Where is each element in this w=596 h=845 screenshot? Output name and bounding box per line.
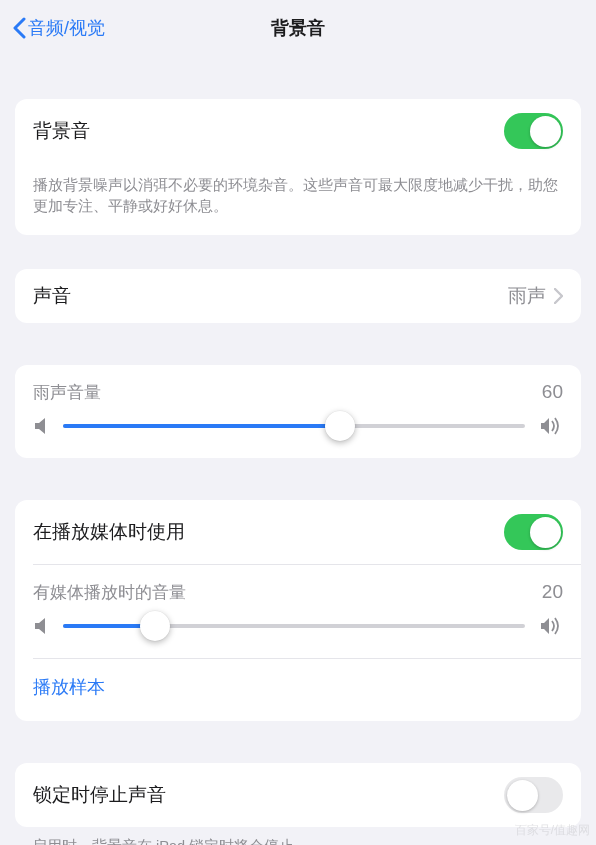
lock-stop-toggle[interactable]: [504, 777, 563, 813]
chevron-right-icon: [554, 288, 563, 304]
sound-volume-value: 60: [542, 381, 563, 404]
toggle-knob: [507, 780, 538, 811]
play-sample-button[interactable]: 播放样本: [15, 659, 581, 721]
row-use-with-media: 在播放媒体时使用: [15, 500, 581, 564]
slider-thumb[interactable]: [140, 611, 170, 641]
section-sound-select: 声音 雨声: [15, 269, 581, 323]
volume-min-icon: [33, 416, 49, 436]
sound-volume-slider[interactable]: [63, 424, 525, 428]
row-sound-select[interactable]: 声音 雨声: [15, 269, 581, 323]
toggle-knob: [530, 116, 561, 147]
use-with-media-toggle[interactable]: [504, 514, 563, 550]
sound-volume-header: 雨声音量 60: [15, 365, 581, 412]
row-lock-stop: 锁定时停止声音: [15, 763, 581, 827]
media-volume-value: 20: [542, 581, 563, 604]
back-label: 音频/视觉: [28, 16, 105, 40]
media-volume-slider-row: [15, 612, 581, 658]
nav-bar: 音频/视觉 背景音: [0, 0, 596, 55]
slider-fill: [63, 424, 340, 428]
chevron-left-icon: [12, 17, 26, 39]
slider-thumb[interactable]: [325, 411, 355, 441]
background-sound-toggle[interactable]: [504, 113, 563, 149]
watermark: 百家号/值趣网: [515, 822, 590, 839]
volume-min-icon: [33, 616, 49, 636]
row-background-sound-toggle: 背景音: [15, 99, 581, 163]
media-volume-slider[interactable]: [63, 624, 525, 628]
volume-max-icon: [539, 616, 563, 636]
use-with-media-label: 在播放媒体时使用: [33, 519, 185, 545]
section-lock-stop: 锁定时停止声音: [15, 763, 581, 827]
section-sound-volume: 雨声音量 60: [15, 365, 581, 458]
back-button[interactable]: 音频/视觉: [12, 16, 105, 40]
section-media: 在播放媒体时使用 有媒体播放时的音量 20 播放样本: [15, 500, 581, 721]
media-volume-label: 有媒体播放时的音量: [33, 581, 186, 604]
background-sound-description: 播放背景噪声以消弭不必要的环境杂音。这些声音可最大限度地减少干扰，助您更加专注、…: [15, 163, 581, 217]
media-volume-header: 有媒体播放时的音量 20: [15, 565, 581, 612]
lock-stop-footer: 启用时，背景音在 iPad 锁定时将会停止。: [0, 827, 596, 845]
lock-stop-label: 锁定时停止声音: [33, 782, 166, 808]
toggle-knob: [530, 517, 561, 548]
sound-value: 雨声: [508, 283, 546, 309]
background-sound-label: 背景音: [33, 118, 90, 144]
sound-label: 声音: [33, 283, 71, 309]
sound-volume-slider-row: [15, 412, 581, 458]
sound-volume-label: 雨声音量: [33, 381, 101, 404]
section-background-sound: 背景音 播放背景噪声以消弭不必要的环境杂音。这些声音可最大限度地减少干扰，助您更…: [15, 99, 581, 235]
volume-max-icon: [539, 416, 563, 436]
